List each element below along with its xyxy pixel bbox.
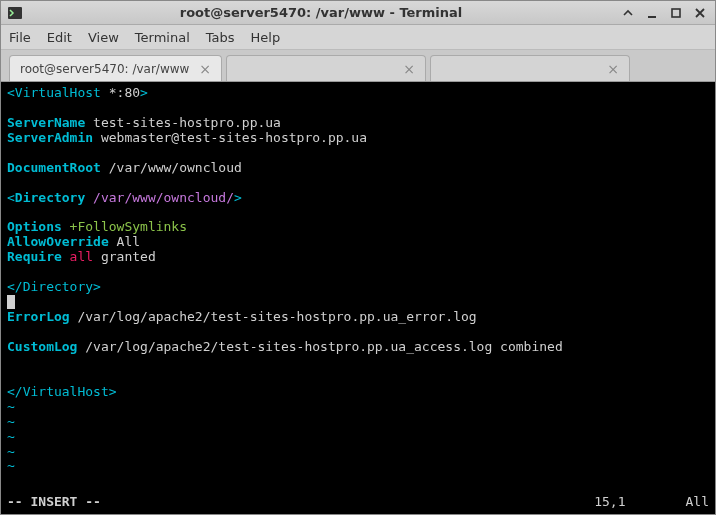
vim-tilde: ~: [7, 414, 15, 429]
tab-inactive-2[interactable]: ×: [430, 55, 630, 81]
options-keyword: Options: [7, 219, 62, 234]
directory-close: </Directory>: [7, 279, 101, 294]
documentroot-keyword: DocumentRoot: [7, 160, 101, 175]
svg-rect-2: [672, 9, 680, 17]
directory-keyword: Directory: [15, 190, 85, 205]
servername-keyword: ServerName: [7, 115, 85, 130]
menubar: File Edit View Terminal Tabs Help: [1, 25, 715, 50]
documentroot-value: /var/www/owncloud: [101, 160, 242, 175]
terminal-window: root@server5470: /var/www - Terminal Fil…: [0, 0, 716, 515]
tab-close-icon[interactable]: ×: [403, 61, 415, 77]
menu-help[interactable]: Help: [251, 30, 281, 45]
vim-statusline: -- INSERT --15,1All: [7, 495, 709, 510]
menu-tabs[interactable]: Tabs: [206, 30, 235, 45]
customlog-keyword: CustomLog: [7, 339, 77, 354]
errorlog-keyword: ErrorLog: [7, 309, 70, 324]
tabbar: root@server5470: /var/www × × ×: [1, 50, 715, 82]
minimize-button[interactable]: [643, 4, 661, 22]
vim-scroll-indicator: All: [686, 495, 709, 510]
vim-mode: -- INSERT --: [7, 495, 101, 510]
tab-close-icon[interactable]: ×: [607, 61, 619, 77]
vhost-open-tag: <VirtualHost: [7, 85, 101, 100]
directory-open-gt: >: [234, 190, 242, 205]
serveradmin-keyword: ServerAdmin: [7, 130, 93, 145]
servername-value: test-sites-hostpro.pp.ua: [85, 115, 281, 130]
customlog-value: /var/log/apache2/test-sites-hostpro.pp.u…: [77, 339, 562, 354]
directory-open-lt: <: [7, 190, 15, 205]
tab-inactive-1[interactable]: ×: [226, 55, 426, 81]
svg-rect-1: [648, 16, 656, 18]
vhost-close: </VirtualHost>: [7, 384, 117, 399]
tab-active[interactable]: root@server5470: /var/www ×: [9, 55, 222, 81]
titlebar: root@server5470: /var/www - Terminal: [1, 1, 715, 25]
options-value: +FollowSymlinks: [62, 219, 187, 234]
require-granted: granted: [93, 249, 156, 264]
serveradmin-value: webmaster@test-sites-hostpro.pp.ua: [93, 130, 367, 145]
menu-edit[interactable]: Edit: [47, 30, 72, 45]
menu-terminal[interactable]: Terminal: [135, 30, 190, 45]
allowoverride-keyword: AllowOverride: [7, 234, 109, 249]
allowoverride-value: All: [109, 234, 140, 249]
svg-rect-0: [8, 7, 22, 19]
vim-tilde: ~: [7, 429, 15, 444]
directory-path: /var/www/owncloud/: [85, 190, 234, 205]
menu-view[interactable]: View: [88, 30, 119, 45]
close-button[interactable]: [691, 4, 709, 22]
window-title: root@server5470: /var/www - Terminal: [29, 5, 613, 20]
roll-up-button[interactable]: [619, 4, 637, 22]
terminal-app-icon: [7, 5, 23, 21]
tab-label: root@server5470: /var/www: [20, 62, 189, 76]
vhost-open-gt: >: [140, 85, 148, 100]
vhost-arg: *:80: [101, 85, 140, 100]
vim-cursor-position: 15,1: [594, 495, 625, 510]
require-keyword: Require: [7, 249, 62, 264]
require-all: all: [62, 249, 93, 264]
vim-tilde: ~: [7, 458, 15, 473]
vim-tilde: ~: [7, 399, 15, 414]
text-cursor: [7, 295, 15, 309]
maximize-button[interactable]: [667, 4, 685, 22]
tab-close-icon[interactable]: ×: [199, 61, 211, 77]
menu-file[interactable]: File: [9, 30, 31, 45]
vim-tilde: ~: [7, 444, 15, 459]
terminal-content[interactable]: <VirtualHost *:80> ServerName test-sites…: [1, 82, 715, 514]
errorlog-value: /var/log/apache2/test-sites-hostpro.pp.u…: [70, 309, 477, 324]
